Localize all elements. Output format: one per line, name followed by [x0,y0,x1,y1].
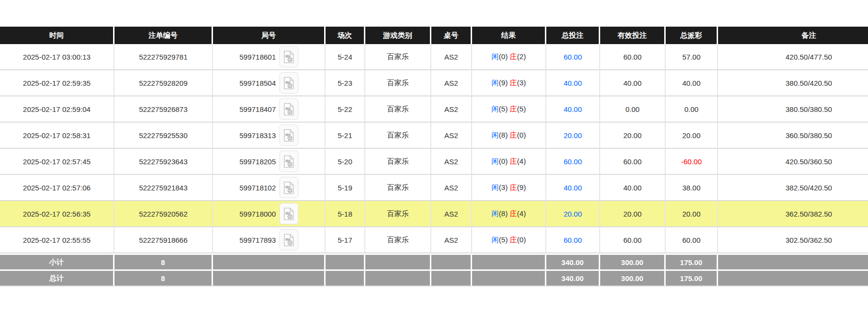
video-playback-button[interactable] [279,98,298,120]
result-banker-label: 庄 [510,209,517,218]
result-banker-label: 庄 [510,131,517,139]
footer-cell-label: 小计 [0,253,115,269]
video-playback-button[interactable] [279,125,298,146]
footer-cell-total_bet: 340.00 [546,253,600,269]
cell-bet_id: 522275918666 [115,227,213,253]
video-playback-button[interactable] [279,177,298,198]
column-header-round: 局号 [213,27,326,44]
table-row: 2025-02-17 02:58:31522275925530599718313… [0,123,868,149]
cell-game_type: 百家乐 [365,44,431,70]
cell-round: 599718000 [213,201,326,227]
cell-bet_id: 522275929781 [115,44,213,70]
round-number-group: 599718313 [239,125,298,146]
cell-payout: -60.00 [666,149,718,175]
cell-game_type: 百家乐 [365,201,431,227]
footer-cell-empty [431,253,472,269]
cell-total_bet: 60.00 [546,44,600,70]
round-number: 599718000 [239,210,276,218]
video-playback-button[interactable] [279,229,298,251]
footer-cell-empty [326,253,365,269]
video-playback-button[interactable] [279,72,298,94]
column-header-total_bet: 总投注 [546,27,600,44]
round-number: 599718504 [239,79,276,87]
result-player-score: (3) [499,183,510,191]
cell-table_no: AS2 [431,70,472,96]
video-record-icon [283,77,295,90]
cell-result: 闲(0) 庄(2) [472,44,546,70]
cell-table_no: AS2 [431,227,472,253]
cell-remark: 420.50/477.50 [718,44,868,70]
footer-cell-empty [365,253,431,269]
column-header-result: 结果 [472,27,546,44]
cell-payout: 38.00 [666,175,718,201]
cell-round: 599717893 [213,227,326,253]
footer-cell-empty [718,253,868,269]
cell-bet_id: 522275920562 [115,201,213,227]
cell-valid_bet: 60.00 [600,149,666,175]
footer-cell-empty [326,269,365,286]
column-header-game_type: 游戏类别 [365,27,431,44]
footer-cell-valid_bet: 300.00 [600,253,666,269]
video-record-icon [283,181,295,194]
round-number: 599718205 [239,157,276,166]
cell-bet_id: 522275928209 [115,70,213,96]
result-banker-score: (4) [517,157,526,165]
round-number-group: 599718601 [239,46,298,67]
result-player-label: 闲 [491,183,499,191]
cell-valid_bet: 40.00 [600,175,666,201]
result-banker-label: 庄 [510,183,517,191]
result-player-score: (0) [499,52,510,61]
table-body: 2025-02-17 03:00:13522275929781599718601… [0,44,868,253]
table-row: 2025-02-17 02:57:06522275921843599718102… [0,175,868,201]
result-banker-score: (4) [517,209,526,218]
cell-session: 5-23 [326,70,365,96]
result-player-score: (0) [499,157,510,165]
video-record-icon [283,207,295,220]
cell-time: 2025-02-17 03:00:13 [0,44,115,70]
cell-table_no: AS2 [431,44,472,70]
result-player-label: 闲 [491,235,499,244]
cell-remark: 382.50/420.50 [718,175,868,201]
cell-session: 5-20 [326,149,365,175]
cell-table_no: AS2 [431,96,472,123]
result-player-score: (5) [499,235,510,244]
column-header-session: 场次 [326,27,365,44]
cell-total_bet: 40.00 [546,96,600,123]
cell-game_type: 百家乐 [365,175,431,201]
cell-remark: 360.50/380.50 [718,123,868,149]
cell-game_type: 百家乐 [365,149,431,175]
video-playback-button[interactable] [279,46,298,67]
cell-payout: 57.00 [666,44,718,70]
result-banker-score: (5) [517,105,526,113]
footer-cell-label: 总计 [0,269,115,286]
round-number: 599718102 [239,184,276,192]
column-header-remark: 备注 [718,27,868,44]
video-playback-button[interactable] [279,151,298,172]
result-banker-label: 庄 [510,78,517,87]
video-playback-button[interactable] [279,203,298,224]
cell-bet_id: 522275926873 [115,96,213,123]
cell-total_bet: 20.00 [546,201,600,227]
cell-payout: 0.00 [666,96,718,123]
cell-session: 5-22 [326,96,365,123]
cell-remark: 380.50/380.50 [718,96,868,123]
result-player-label: 闲 [491,105,499,113]
cell-result: 闲(8) 庄(0) [472,123,546,149]
cell-valid_bet: 40.00 [600,70,666,96]
footer-cell-empty [472,253,546,269]
cell-table_no: AS2 [431,123,472,149]
cell-game_type: 百家乐 [365,70,431,96]
cell-payout: 20.00 [666,201,718,227]
cell-round: 599718313 [213,123,326,149]
footer-cell-count: 8 [115,269,213,286]
result-player-score: (8) [499,131,510,139]
result-banker-score: (0) [517,131,526,139]
cell-session: 5-21 [326,123,365,149]
table-row: 2025-02-17 03:00:13522275929781599718601… [0,44,868,70]
footer-cell-empty [365,269,431,286]
round-number-group: 599718407 [239,98,298,120]
cell-result: 闲(5) 庄(5) [472,96,546,123]
cell-remark: 362.50/382.50 [718,201,868,227]
result-player-label: 闲 [491,209,499,218]
result-player-score: (8) [499,209,510,218]
